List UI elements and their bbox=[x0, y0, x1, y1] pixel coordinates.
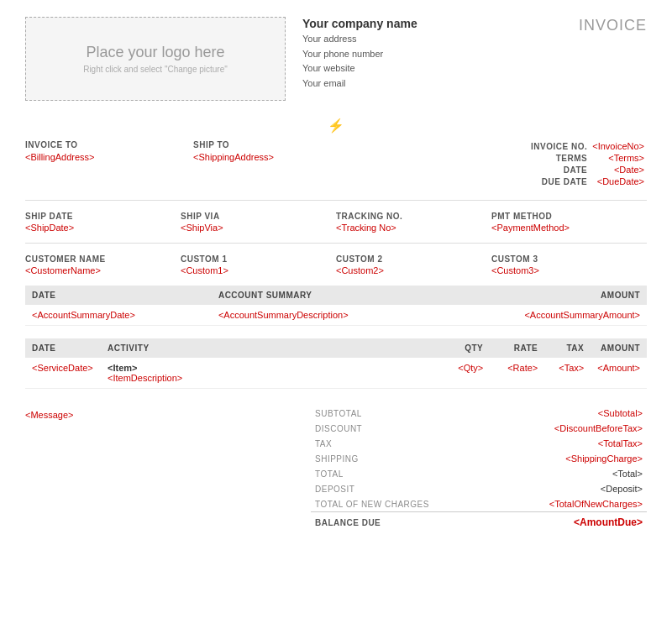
acc-col-date: DATE bbox=[25, 286, 212, 305]
invoice-to-label: INVOICE TO bbox=[25, 140, 126, 149]
discount-label: DISCOUNT bbox=[311, 421, 494, 436]
tracking-block: TRACKING NO. <Tracking No> bbox=[336, 212, 491, 233]
custom1-label: CUSTOM 1 bbox=[181, 254, 336, 264]
bill-ship-section: INVOICE TO <BillingAddress> SHIP TO <Shi… bbox=[25, 140, 294, 187]
subtotal-label: SUBTOTAL bbox=[311, 406, 494, 421]
date-value: <Date> bbox=[590, 164, 647, 176]
customer-name-value: <CustomerName> bbox=[25, 265, 181, 275]
custom1-block: CUSTOM 1 <Custom1> bbox=[181, 254, 336, 275]
tax-row: TAX <TotalTax> bbox=[311, 436, 647, 451]
act-row-item: <Item> bbox=[108, 363, 433, 373]
ship-to-label: SHIP TO bbox=[193, 140, 294, 149]
discount-row: DISCOUNT <DiscountBeforeTax> bbox=[311, 421, 647, 436]
pmt-method-block: PMT METHOD <PaymentMethod> bbox=[491, 212, 647, 233]
act-col-tax: TAX bbox=[544, 338, 591, 358]
act-col-date: DATE bbox=[25, 338, 101, 358]
invoice-no-label: INVOICE NO. bbox=[528, 140, 590, 152]
ship-to-block: SHIP TO <ShippingAddress> bbox=[193, 140, 294, 187]
shipping-row: SHIPPING <ShippingCharge> bbox=[311, 451, 647, 466]
invoice-title: INVOICE bbox=[579, 17, 647, 34]
account-summary-row: <AccountSummaryDate> <AccountSummaryDesc… bbox=[25, 305, 647, 326]
due-date-value: <DueDate> bbox=[590, 176, 647, 187]
invoice-meta-right: INVOICE NO. <InvoiceNo> TERMS <Terms> DA… bbox=[462, 140, 647, 187]
act-row-rate: <Rate> bbox=[490, 358, 544, 389]
tax-value: <TotalTax> bbox=[494, 436, 647, 451]
act-row-qty: <Qty> bbox=[439, 358, 490, 389]
invoice-to-block: INVOICE TO <BillingAddress> bbox=[25, 140, 126, 187]
company-info: Your company name Your address Your phon… bbox=[286, 17, 579, 91]
balance-due-value: <AmountDue> bbox=[494, 512, 647, 532]
due-date-label: DUE DATE bbox=[528, 176, 590, 187]
act-col-qty: QTY bbox=[439, 338, 490, 358]
custom1-value: <Custom1> bbox=[181, 265, 336, 275]
lightning-icon: ⚡ bbox=[328, 118, 344, 134]
pmt-method-label: PMT METHOD bbox=[491, 212, 647, 221]
bottom-section: <Message> SUBTOTAL <Subtotal> DISCOUNT <… bbox=[25, 406, 647, 531]
acc-col-amount: AMOUNT bbox=[441, 286, 647, 305]
act-row-date: <ServiceDate> bbox=[25, 358, 101, 389]
company-address: Your address bbox=[302, 32, 579, 47]
customer-name-label: CUSTOMER NAME bbox=[25, 254, 181, 264]
new-charges-row: TOTAL OF NEW CHARGES <TotalOfNewCharges> bbox=[311, 496, 647, 512]
ship-to-value: <ShippingAddress> bbox=[193, 152, 294, 162]
due-date-row: DUE DATE <DueDate> bbox=[528, 176, 647, 187]
totals-table: SUBTOTAL <Subtotal> DISCOUNT <DiscountBe… bbox=[311, 406, 647, 531]
act-col-amount: AMOUNT bbox=[591, 338, 647, 358]
ship-via-label: SHIP VIA bbox=[181, 212, 336, 221]
total-value: <Total> bbox=[494, 466, 647, 481]
balance-due-label: BALANCE DUE bbox=[311, 512, 494, 532]
discount-value: <DiscountBeforeTax> bbox=[494, 421, 647, 436]
new-charges-value: <TotalOfNewCharges> bbox=[494, 496, 647, 512]
invoice-to-value: <BillingAddress> bbox=[25, 152, 126, 162]
acc-row-description: <AccountSummaryDescription> bbox=[212, 305, 441, 326]
custom3-value: <Custom3> bbox=[491, 265, 647, 275]
balance-due-row: BALANCE DUE <AmountDue> bbox=[311, 512, 647, 532]
shipping-label: SHIPPING bbox=[311, 451, 494, 466]
act-col-activity: ACTIVITY bbox=[101, 338, 439, 358]
logo-placeholder-text: Place your logo here bbox=[86, 44, 224, 61]
custom2-label: CUSTOM 2 bbox=[336, 254, 491, 264]
tracking-value: <Tracking No> bbox=[336, 223, 491, 233]
shipping-value: <ShippingCharge> bbox=[494, 451, 647, 466]
act-row-item-cell: <Item> <ItemDescription> bbox=[101, 358, 439, 389]
header-section: Place your logo here Right click and sel… bbox=[25, 17, 647, 101]
pmt-method-value: <PaymentMethod> bbox=[491, 223, 647, 233]
terms-value: <Terms> bbox=[590, 152, 647, 164]
custom3-block: CUSTOM 3 <Custom3> bbox=[491, 254, 647, 275]
acc-col-summary: ACCOUNT SUMMARY bbox=[212, 286, 441, 305]
logo-sub-text: Right click and select "Change picture" bbox=[83, 65, 228, 74]
ship-via-value: <ShipVia> bbox=[181, 223, 336, 233]
act-row-amount: <Amount> bbox=[591, 358, 647, 389]
account-summary-table: DATE ACCOUNT SUMMARY AMOUNT <AccountSumm… bbox=[25, 286, 647, 326]
invoice-meta-table: INVOICE NO. <InvoiceNo> TERMS <Terms> DA… bbox=[528, 140, 647, 187]
custom-fields-row: CUSTOMER NAME <CustomerName> CUSTOM 1 <C… bbox=[25, 250, 647, 275]
activity-table: DATE ACTIVITY QTY RATE TAX AMOUNT <Servi… bbox=[25, 338, 647, 389]
invoice-page: Place your logo here Right click and sel… bbox=[0, 0, 672, 548]
custom2-block: CUSTOM 2 <Custom2> bbox=[336, 254, 491, 275]
activity-row: <ServiceDate> <Item> <ItemDescription> <… bbox=[25, 358, 647, 389]
date-label: DATE bbox=[528, 164, 590, 176]
message-value: <Message> bbox=[25, 410, 73, 420]
terms-row: TERMS <Terms> bbox=[528, 152, 647, 164]
company-website: Your website bbox=[302, 61, 579, 76]
acc-row-date: <AccountSummaryDate> bbox=[25, 305, 212, 326]
date-row: DATE <Date> bbox=[528, 164, 647, 176]
ship-date-block: SHIP DATE <ShipDate> bbox=[25, 212, 181, 233]
deposit-label: DEPOSIT bbox=[311, 481, 494, 496]
customer-name-block: CUSTOMER NAME <CustomerName> bbox=[25, 254, 181, 275]
company-name: Your company name bbox=[302, 17, 579, 30]
invoice-no-row: INVOICE NO. <InvoiceNo> bbox=[528, 140, 647, 152]
totals-block: SUBTOTAL <Subtotal> DISCOUNT <DiscountBe… bbox=[311, 406, 647, 531]
custom2-value: <Custom2> bbox=[336, 265, 491, 275]
total-label: TOTAL bbox=[311, 466, 494, 481]
tax-label: TAX bbox=[311, 436, 494, 451]
divider-2 bbox=[25, 243, 647, 244]
invoice-no-value: <InvoiceNo> bbox=[590, 140, 647, 152]
ship-date-label: SHIP DATE bbox=[25, 212, 181, 221]
deposit-row: DEPOSIT <Deposit> bbox=[311, 481, 647, 496]
custom3-label: CUSTOM 3 bbox=[491, 254, 647, 264]
ship-fields-row: SHIP DATE <ShipDate> SHIP VIA <ShipVia> … bbox=[25, 207, 647, 233]
meta-section: INVOICE TO <BillingAddress> SHIP TO <Shi… bbox=[25, 140, 647, 187]
act-row-tax: <Tax> bbox=[544, 358, 591, 389]
logo-box[interactable]: Place your logo here Right click and sel… bbox=[25, 17, 286, 101]
